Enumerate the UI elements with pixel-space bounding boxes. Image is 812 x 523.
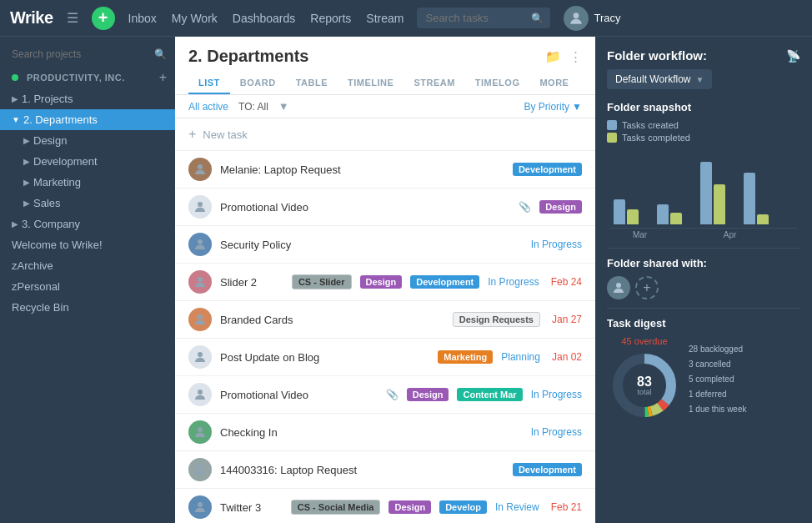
divider2 <box>607 308 800 309</box>
hamburger-menu[interactable]: ☰ <box>67 10 78 26</box>
search-input[interactable] <box>417 8 550 28</box>
divider <box>607 248 800 249</box>
content-header: 2. Departments 📁 ⋮ LIST BOARD TABLE TIME… <box>175 37 595 95</box>
legend-dot-completed <box>607 133 617 143</box>
legend-dot-created <box>607 120 617 130</box>
sidebar-item-design[interactable]: ▶ Design <box>0 130 175 151</box>
filter-bar: All active TO: All ▼ By Priority ▼ <box>175 95 595 118</box>
task-tag[interactable]: CS - Social Media <box>291 500 381 515</box>
tab-list[interactable]: LIST <box>188 73 230 94</box>
tab-table[interactable]: TABLE <box>286 73 338 94</box>
task-tag[interactable]: Development <box>410 275 479 289</box>
chevron-down-icon: ▼ <box>572 101 582 113</box>
sidebar-item-projects[interactable]: ▶ 1. Projects <box>0 88 175 109</box>
task-tag[interactable]: Content Mar <box>457 388 522 401</box>
sidebar-search-input[interactable] <box>12 48 149 60</box>
digest-item-3: 1 deferred <box>689 387 747 402</box>
sidebar-item-welcome[interactable]: Welcome to Wrike! <box>0 234 175 255</box>
sidebar-item-label: Design <box>33 134 167 147</box>
digest-item-1: 3 cancelled <box>689 357 747 372</box>
sidebar-item-recyclebin[interactable]: Recycle Bin 🗑 <box>0 297 175 318</box>
svg-point-0 <box>574 13 579 18</box>
sidebar-item-sales[interactable]: ▶ Sales <box>0 193 175 214</box>
content-area: 2. Departments 📁 ⋮ LIST BOARD TABLE TIME… <box>175 37 595 523</box>
table-row[interactable]: Post Update on Blog Marketing Planning J… <box>175 339 595 376</box>
sidebar-item-label: 3. Company <box>22 218 167 230</box>
table-row[interactable]: Slider 2 CS - Slider Design Development … <box>175 264 595 301</box>
nav-mywork[interactable]: My Work <box>172 12 218 25</box>
bar-chart: Mar Apr <box>607 149 800 239</box>
task-tag[interactable]: Design Requests <box>453 312 540 327</box>
table-row[interactable]: Promotional Video 📎 Design Content Mar I… <box>175 376 595 414</box>
nav-dashboards[interactable]: Dashboards <box>233 12 296 25</box>
add-button[interactable]: + <box>92 7 115 30</box>
sidebar-item-label: Recycle Bin <box>12 301 153 314</box>
table-row[interactable]: Security Policy In Progress <box>175 226 595 264</box>
task-tag[interactable]: CS - Slider <box>292 274 352 289</box>
workflow-button[interactable]: Default Workflow ▼ <box>607 69 712 89</box>
more-icon[interactable]: ⋮ <box>569 49 582 64</box>
chevron-icon: ▶ <box>23 178 30 187</box>
sidebar-item-zarchive[interactable]: zArchive <box>0 255 175 276</box>
tab-stream[interactable]: STREAM <box>403 73 464 94</box>
table-row[interactable]: Twitter 3 CS - Social Media Design Devel… <box>175 489 595 523</box>
add-shared-user-button[interactable]: + <box>635 276 659 299</box>
shared-avatar-0[interactable] <box>607 276 630 299</box>
task-tag[interactable]: Design <box>539 200 582 214</box>
sidebar-item-zpersonal[interactable]: zPersonal <box>0 276 175 297</box>
tab-more[interactable]: MORE <box>529 73 579 94</box>
digest-labels: 28 backlogged 3 cancelled 5 completed 1 … <box>689 342 747 417</box>
donut-label: total <box>637 389 652 396</box>
folder-icon[interactable]: 📁 <box>545 49 561 64</box>
task-date: Jan 27 <box>552 314 582 325</box>
chevron-icon: ▶ <box>12 219 18 229</box>
avatar <box>188 345 212 369</box>
task-status: In Progress <box>531 389 582 400</box>
x-label-mar: Mar <box>633 230 647 239</box>
table-row[interactable]: Melanie: Laptop Request Development <box>175 151 595 189</box>
tab-timeline[interactable]: TIMELINE <box>338 73 403 94</box>
task-tag[interactable]: Development <box>513 163 582 176</box>
filter-funnel-icon[interactable]: ▼ <box>278 100 289 113</box>
task-tag[interactable]: Marketing <box>438 350 493 364</box>
sidebar-item-company[interactable]: ▶ 3. Company <box>0 214 175 234</box>
page-title: 2. Departments <box>188 47 309 66</box>
avatar <box>188 270 212 294</box>
table-row[interactable]: Checking In In Progress <box>175 414 595 451</box>
table-row[interactable]: Promotional Video 📎 Design <box>175 189 595 226</box>
rss-icon[interactable]: 📡 <box>786 49 800 63</box>
nav-stream[interactable]: Stream <box>366 12 403 25</box>
task-tag[interactable]: Development <box>513 463 582 476</box>
table-row[interactable]: Branded Cards Design Requests Jan 27 <box>175 301 595 339</box>
svg-point-1 <box>198 164 203 169</box>
nav-inbox[interactable]: Inbox <box>128 12 157 25</box>
right-panel: Folder workflow: 📡 Default Workflow ▼ Fo… <box>595 37 812 523</box>
sidebar-item-marketing[interactable]: ▶ Marketing <box>0 172 175 193</box>
chevron-icon: ▶ <box>23 136 30 145</box>
tab-board[interactable]: BOARD <box>230 73 286 94</box>
filter-all-active[interactable]: All active <box>188 101 228 113</box>
donut-total: 83 <box>637 375 652 389</box>
bar-group-0 <box>614 199 639 224</box>
task-tag[interactable]: Design <box>388 500 431 514</box>
legend-created: Tasks created <box>607 120 800 130</box>
sidebar-item-label: zPersonal <box>12 280 167 293</box>
sidebar-item-departments[interactable]: ▼ 2. Departments <box>0 109 175 130</box>
sidebar: 🔍 PRODUCTIVITY, INC. + ▶ 1. Projects ▼ 2… <box>0 37 175 523</box>
title-icons: 📁 ⋮ <box>545 49 582 64</box>
tab-timelog[interactable]: TIMELOG <box>465 73 530 94</box>
task-tag[interactable]: Design <box>407 388 449 401</box>
add-section-button[interactable]: + <box>159 70 167 85</box>
user-name: Tracy <box>594 12 620 24</box>
filter-to[interactable]: TO: All <box>238 101 268 113</box>
task-tag[interactable]: Develop <box>439 500 487 514</box>
user-area[interactable]: Tracy <box>564 6 620 31</box>
filter-by-priority[interactable]: By Priority ▼ <box>524 101 582 113</box>
table-row[interactable]: 144003316: Laptop Request Development <box>175 451 595 489</box>
new-task-row[interactable]: + New task <box>175 118 595 151</box>
bar-completed-0 <box>627 209 639 224</box>
nav-reports[interactable]: Reports <box>310 12 351 25</box>
chart-bars <box>610 149 797 224</box>
sidebar-item-development[interactable]: ▶ Development <box>0 151 175 172</box>
task-tag[interactable]: Design <box>360 275 403 289</box>
